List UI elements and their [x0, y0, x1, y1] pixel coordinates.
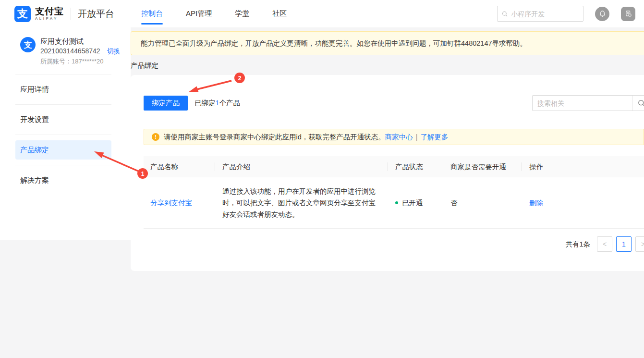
product-search-button[interactable]: [632, 96, 644, 111]
upgrade-notice-text: 能力管理已全面升级为产品绑定，开放产品定义更清晰，功能更完善。如您在使用中遇到问…: [141, 39, 527, 47]
alipay-logo-text: 支付宝 ALIPAY: [35, 7, 64, 21]
search-icon: [502, 11, 508, 17]
search-icon: [638, 99, 644, 107]
app-id: 2021003144658742: [40, 46, 100, 56]
warning-icon: !: [152, 133, 159, 141]
merchant-center-link[interactable]: 商家中心: [385, 133, 413, 142]
page-body: 支 应用支付测试 2021003144658742 切换 所属账号：187***…: [0, 27, 644, 358]
logo-cn: 支付宝: [35, 7, 64, 16]
pagination: 共有1条 < 1 >: [144, 236, 644, 252]
product-name-cell: 分享到支付宝: [144, 198, 215, 208]
sidebar-item-dev-settings[interactable]: 开发设置: [15, 110, 111, 129]
sidebar-item-product-binding[interactable]: 产品绑定: [15, 140, 111, 160]
header-search-input[interactable]: [511, 10, 579, 18]
pagination-total: 共有1条: [565, 240, 590, 249]
sidebar-item-solutions[interactable]: 解决方案: [15, 171, 111, 190]
pagination-prev-button[interactable]: <: [597, 236, 612, 252]
bell-icon: [598, 10, 607, 18]
sidebar-divider: [15, 74, 111, 74]
learn-more-link[interactable]: 了解更多: [421, 133, 449, 142]
product-search-box[interactable]: [532, 95, 644, 111]
main-content: 能力管理已全面升级为产品绑定，开放产品定义更清晰，功能更完善。如您在使用中遇到问…: [131, 27, 644, 271]
nav-console[interactable]: 控制台: [130, 0, 174, 27]
table-row: 分享到支付宝 通过接入该功能，用户在开发者的应用中进行浏览时，可以把文字、图片或…: [144, 177, 644, 229]
logo-divider: [71, 8, 71, 20]
bound-prefix: 已绑定: [194, 99, 216, 107]
top-header: 支 支付宝 ALIPAY 开放平台 控制台 API管理 学堂 社区: [0, 0, 644, 27]
status-text: 已开通: [402, 198, 423, 208]
nav-community[interactable]: 社区: [261, 0, 298, 27]
sidebar-divider: [15, 135, 111, 135]
switch-app-link[interactable]: 切换: [107, 46, 121, 56]
warning-text: 请使用商家主账号登录商家中心绑定此应用id，获取完整产品开通状态。: [164, 133, 385, 142]
page-title: 产品绑定: [131, 61, 644, 70]
warning-separator: |: [416, 133, 418, 141]
operation-cell: 删除: [522, 198, 644, 208]
header-search-box[interactable]: [497, 6, 583, 22]
nav-api-management[interactable]: API管理: [174, 0, 223, 27]
alipay-logo[interactable]: 支 支付宝 ALIPAY: [14, 6, 64, 22]
app-info: 支 应用支付测试 2021003144658742 切换 所属账号：187***…: [0, 34, 131, 74]
header-right: [497, 6, 635, 22]
upgrade-notice-banner: 能力管理已全面升级为产品绑定，开放产品定义更清晰，功能更完善。如您在使用中遇到问…: [131, 31, 644, 55]
product-search-input[interactable]: [533, 96, 632, 111]
bound-count: 1: [216, 99, 219, 107]
account-label: 所属账号：: [40, 58, 72, 65]
product-status-cell: 已开通: [388, 198, 443, 208]
pagination-page-1-button[interactable]: 1: [616, 236, 632, 252]
card-toolbar: 绑定产品 已绑定1个产品: [144, 96, 644, 111]
account-value: 187******20: [72, 58, 104, 65]
merchant-warning-banner: ! 请使用商家主账号登录商家中心绑定此应用id，获取完整产品开通状态。 商家中心…: [144, 129, 644, 145]
col-merchant-required: 商家是否需要开通: [443, 156, 522, 177]
sidebar-item-app-detail[interactable]: 应用详情: [15, 80, 111, 99]
bound-suffix: 个产品: [219, 99, 241, 107]
app-sidebar: 支 应用支付测试 2021003144658742 切换 所属账号：187***…: [0, 27, 131, 240]
work-order-button[interactable]: [621, 7, 635, 21]
app-meta: 应用支付测试 2021003144658742 切换 所属账号：187*****…: [40, 36, 121, 66]
col-product-status: 产品状态: [388, 156, 443, 177]
table-header-row: 产品名称 产品介绍 产品状态 商家是否需要开通 操作: [144, 156, 644, 177]
product-intro-cell: 通过接入该功能，用户在开发者的应用中进行浏览时，可以把文字、图片或者文章网页分享…: [215, 185, 388, 220]
notification-bell-button[interactable]: [595, 7, 609, 21]
col-product-name: 产品名称: [144, 156, 215, 177]
products-table: 产品名称 产品介绍 产品状态 商家是否需要开通 操作 分享到支付宝 通过接入该功…: [144, 156, 644, 229]
logo-en: ALIPAY: [35, 16, 64, 21]
status-dot-icon: [395, 201, 398, 204]
col-operation: 操作: [522, 156, 644, 177]
document-clock-icon: [624, 10, 632, 18]
product-name-link[interactable]: 分享到支付宝: [150, 199, 192, 207]
merchant-required-cell: 否: [443, 198, 522, 208]
delete-link[interactable]: 删除: [529, 199, 543, 207]
sidebar-divider: [15, 104, 111, 105]
sidebar-divider: [15, 165, 111, 165]
bind-product-button[interactable]: 绑定产品: [144, 96, 188, 111]
app-avatar: 支: [20, 37, 36, 52]
pagination-next-button[interactable]: >: [635, 236, 644, 252]
col-product-intro: 产品介绍: [215, 156, 388, 177]
alipay-logo-icon: 支: [14, 6, 31, 22]
product-binding-card: 绑定产品 已绑定1个产品 ! 请使用商家主账号登录商家中心绑定此应用: [131, 75, 644, 271]
top-nav: 控制台 API管理 学堂 社区: [130, 0, 298, 27]
app-name: 应用支付测试: [40, 36, 121, 46]
platform-name: 开放平台: [78, 8, 114, 20]
nav-academy[interactable]: 学堂: [223, 0, 261, 27]
bound-count-text: 已绑定1个产品: [194, 99, 240, 108]
